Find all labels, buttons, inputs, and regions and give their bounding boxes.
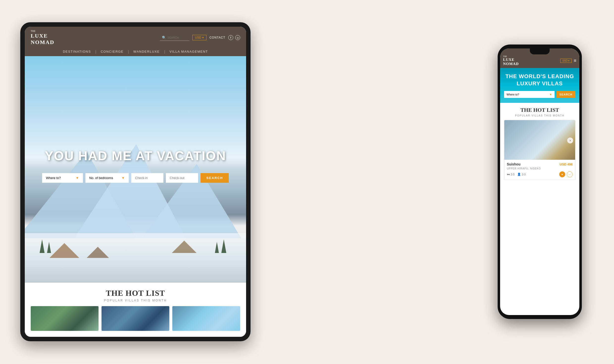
guests-count: 2-3: [522, 173, 525, 176]
hero-title: YOU HAD ME AT VACATION: [45, 148, 226, 163]
where-dropdown-arrow: ▼: [76, 176, 79, 180]
tablet-screen: THE LUXE NOMAD 🔍 USD ▾: [25, 27, 246, 337]
instagram-icon[interactable]: ◎: [235, 35, 240, 40]
phone-hot-list-section: THE HOT LIST POPULAR VILLAS THIS MONTH ›…: [500, 103, 579, 184]
checkin-input[interactable]: [131, 173, 163, 183]
tree-2: [47, 242, 51, 253]
tablet-hero: YOU HAD ME AT VACATION Where to? ▼ No. o…: [25, 56, 246, 283]
nav-link-villa-management[interactable]: VILLA MANAGEMENT: [165, 50, 212, 53]
villa-thumbnails: [31, 306, 240, 331]
dropdown-arrow-icon: ▾: [202, 36, 204, 39]
bedrooms-placeholder: No. of bedrooms: [89, 176, 113, 180]
phone-search-row: Where to? ▼ SEARCH: [504, 91, 575, 98]
villa-action-buttons: ♥ ↔: [559, 171, 573, 177]
tablet-nav-bottom: DESTINATIONS | CONCIERGE | WANDERLUXE | …: [31, 48, 240, 56]
villa-price: USD 498: [560, 162, 573, 166]
villa-compare-button[interactable]: ↔: [567, 171, 573, 177]
villa-location: UPPER HIRAFU, NISEKO: [507, 167, 573, 170]
phone-villa-card: › Suishou USD 498 UPPER HIRAFU, NISEKO 🛏…: [504, 120, 575, 180]
tree-1: [40, 239, 45, 253]
nav-link-wanderluxe[interactable]: WANDERLUXE: [129, 50, 164, 53]
hot-list-subtitle: POPULAR VILLAS THIS MONTH: [31, 299, 240, 302]
hero-search-bar: Where to? ▼ No. of bedrooms ▼ SEARCH: [42, 173, 229, 183]
chevron-right-icon: ›: [570, 139, 571, 142]
phone-logo[interactable]: THE LUXE NOMAD: [503, 55, 519, 66]
hero-search-button[interactable]: SEARCH: [201, 173, 229, 183]
phone-hot-list-subtitle: POPULAR VILLAS THIS MONTH: [504, 114, 575, 117]
where-to-select[interactable]: Where to? ▼: [42, 173, 83, 183]
logo-nomad: NOMAD: [31, 39, 54, 46]
villa-name: Suishou: [507, 162, 520, 166]
nav-link-concierge[interactable]: CONCIERGE: [96, 50, 128, 53]
bedrooms-select[interactable]: No. of bedrooms ▼: [85, 173, 129, 183]
snow-ground: [25, 233, 246, 283]
phone-hero: THE WORLD'S LEADING LUXURY VILLAS Where …: [500, 68, 579, 103]
tablet-device: THE LUXE NOMAD 🔍 USD ▾: [20, 22, 251, 341]
phone-hot-list-title: THE HOT LIST: [504, 107, 575, 113]
tablet-search-box[interactable]: 🔍: [160, 35, 189, 41]
tablet-nav-top: THE LUXE NOMAD 🔍 USD ▾: [31, 27, 240, 48]
currency-button[interactable]: USD ▾: [192, 35, 206, 40]
phone-villa-info: Suishou USD 498 UPPER HIRAFU, NISEKO 🛏 2…: [504, 160, 575, 180]
phone-search-button[interactable]: SEARCH: [557, 91, 575, 98]
villa-details-row: 🛏 2-3 👤 2-3 ♥ ↔: [507, 171, 573, 177]
villa-thumbnail-3[interactable]: [172, 306, 240, 331]
tablet-nav-right: 🔍 USD ▾ CONTACT f ◎: [160, 35, 240, 41]
tree-3: [221, 239, 226, 253]
phone-where-placeholder: Where to?: [507, 93, 519, 96]
villa-name-price-row: Suishou USD 498: [507, 162, 573, 166]
phone-where-select[interactable]: Where to? ▼: [504, 91, 555, 98]
hamburger-menu-icon[interactable]: ≡: [574, 58, 576, 63]
villa-thumbnail-2[interactable]: [102, 306, 169, 331]
phone-hero-title: THE WORLD'S LEADING LUXURY VILLAS: [504, 73, 575, 87]
villa-guests: 👤 2-3: [517, 173, 525, 176]
search-input[interactable]: [168, 36, 187, 39]
phone-frame: THE LUXE NOMAD USD ▾ ≡ THE WORLD'S LEADI…: [498, 45, 582, 319]
phone-logo-nomad: NOMAD: [503, 62, 519, 66]
checkout-input[interactable]: [166, 173, 198, 183]
guest-icon: 👤: [517, 173, 521, 176]
contact-link[interactable]: CONTACT: [209, 36, 225, 39]
logo-luxe: LUXE: [31, 33, 54, 39]
villa-thumbnail-1[interactable]: [31, 306, 99, 331]
search-icon: 🔍: [162, 36, 166, 40]
bedrooms-count: 2-3: [511, 173, 514, 176]
bed-icon: 🛏: [507, 173, 510, 176]
phone-currency-button[interactable]: USD ▾: [560, 59, 572, 63]
phone-notch: [530, 48, 550, 54]
phone-logo-the: THE: [503, 55, 519, 58]
phone-logo-luxe: LUXE: [503, 58, 519, 62]
villa-next-button[interactable]: ›: [567, 137, 573, 143]
tablet-frame: THE LUXE NOMAD 🔍 USD ▾: [20, 22, 251, 341]
villa-bedrooms: 🛏 2-3: [507, 173, 514, 176]
social-icons: f ◎: [228, 35, 240, 40]
tablet-hot-list-section: THE HOT LIST POPULAR VILLAS THIS MONTH: [25, 283, 246, 337]
phone-villa-image: [504, 120, 575, 160]
where-placeholder: Where to?: [46, 176, 61, 180]
tablet-logo[interactable]: THE LUXE NOMAD: [31, 30, 54, 46]
phone-screen: THE LUXE NOMAD USD ▾ ≡ THE WORLD'S LEADI…: [500, 48, 579, 315]
phone-device: THE LUXE NOMAD USD ▾ ≡ THE WORLD'S LEADI…: [498, 45, 582, 319]
bedrooms-dropdown-arrow: ▼: [122, 176, 125, 180]
phone-dropdown-arrow: ▾: [568, 59, 569, 62]
phone-where-arrow: ▼: [549, 93, 552, 96]
tree-4: [215, 242, 219, 253]
logo-the: THE: [31, 30, 54, 33]
hot-list-title: THE HOT LIST: [31, 289, 240, 298]
nav-link-destinations[interactable]: DESTINATIONS: [58, 50, 95, 53]
tablet-navbar: THE LUXE NOMAD 🔍 USD ▾: [25, 27, 246, 56]
facebook-icon[interactable]: f: [228, 35, 233, 40]
phone-nav-right: USD ▾ ≡: [560, 58, 576, 63]
villa-favorite-button[interactable]: ♥: [559, 171, 565, 177]
